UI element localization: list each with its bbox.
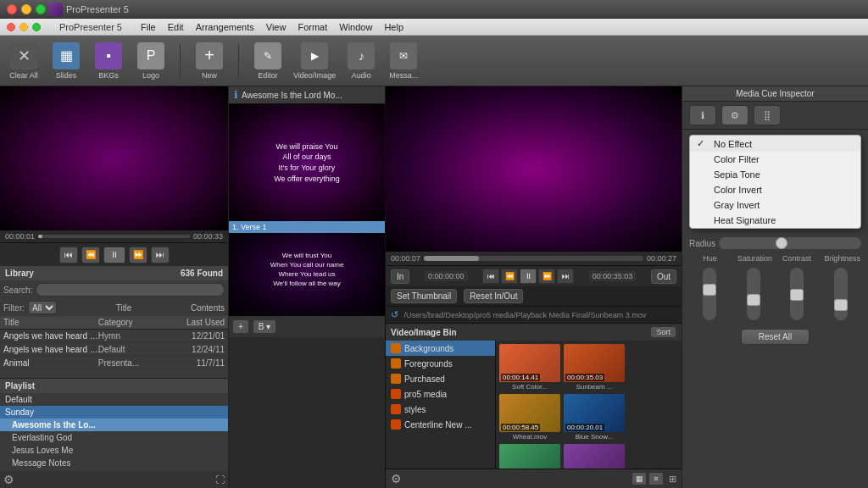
menu-arrangements[interactable]: Arrangements [196, 22, 254, 32]
playlist-sub-message[interactable]: Message Notes [0, 457, 228, 469]
grid-view-button[interactable]: ▦ [632, 472, 647, 485]
contrast-slider[interactable] [790, 268, 804, 320]
preview-progress[interactable] [38, 235, 190, 238]
bin-item-label: Sunbeam ... [564, 383, 625, 391]
bin-tree-foregrounds[interactable]: Foregrounds [386, 356, 495, 371]
editor-button[interactable]: ✎ Editor [251, 42, 285, 80]
transport-forward[interactable]: ⏩ [129, 247, 147, 263]
dropdown-menu: ✓No EffectColor FilterSepia ToneColor In… [689, 135, 861, 229]
set-thumbnail-button[interactable]: Set Thumbnail [391, 289, 457, 303]
bin-tree-centerline[interactable]: Centerline New ... [386, 417, 495, 432]
effect-color-invert[interactable]: Color Invert [690, 182, 860, 197]
menu-max[interactable] [32, 23, 41, 31]
folder-icon [391, 343, 401, 353]
bin-grid-item[interactable]: 00:00:35.03 Sunbeam ... [564, 344, 625, 391]
bin-tree-backgrounds[interactable]: Backgrounds [386, 341, 495, 356]
video-forward[interactable]: ⏩ [538, 269, 555, 284]
logo-button[interactable]: P Logo [134, 42, 168, 80]
video-progress-bar[interactable] [424, 256, 643, 261]
bin-sort-button[interactable]: Sort [650, 326, 676, 338]
add-slide-button[interactable]: + [232, 319, 249, 334]
filter-select[interactable]: All [28, 301, 57, 314]
reset-all-button[interactable]: Reset All [741, 329, 810, 345]
maximize-button[interactable] [36, 4, 46, 14]
bin-sidebar: Backgrounds Foregrounds Purchased p [386, 341, 682, 469]
playlist-sub-everlasting[interactable]: Everlasting God [0, 431, 228, 444]
video-image-button[interactable]: ▶ Video/Image [293, 42, 336, 80]
bin-grid-item[interactable]: 00:00:14.41 Soft Color... [499, 344, 560, 391]
menu-edit[interactable]: Edit [168, 22, 184, 32]
out-button[interactable]: Out [651, 269, 676, 284]
table-row[interactable]: Angels we have heard on... Hymn 12/21/01 [0, 330, 228, 343]
menu-close[interactable] [7, 23, 15, 31]
in-button[interactable]: In [391, 269, 409, 284]
inspector-tab-settings[interactable]: ⚙ [721, 105, 748, 125]
inspector-tab-extra[interactable]: ⣿ [754, 105, 781, 125]
transport-pause[interactable]: ⏸ [103, 247, 125, 263]
menu-help[interactable]: Help [384, 22, 403, 32]
playlist-item-default[interactable]: Default [0, 393, 228, 406]
new-button[interactable]: + New [192, 42, 226, 80]
messages-button[interactable]: ✉ Messa... [387, 42, 420, 80]
effect-gray-invert[interactable]: Gray Invert [690, 197, 860, 213]
radius-slider[interactable] [719, 237, 861, 249]
video-rewind[interactable]: ⏪ [501, 269, 518, 284]
audio-button[interactable]: ♪ Audio [344, 42, 378, 80]
playlist-item-sunday[interactable]: Sunday [0, 406, 228, 419]
saturation-slider[interactable] [747, 268, 760, 320]
bin-grid-item[interactable]: 00:00:20.01 Blue Snow... [564, 394, 625, 441]
transport-next-next[interactable]: ⏭ [151, 247, 170, 263]
menu-format[interactable]: Format [298, 22, 327, 32]
bin-gear-icon[interactable]: ⚙ [391, 472, 402, 485]
bin-item-label: Blue Snow... [564, 433, 625, 441]
expand-icon[interactable]: ⛶ [215, 474, 225, 485]
list-view-button[interactable]: ≡ [648, 472, 664, 485]
bin-tree-pro5media[interactable]: pro5 media [386, 386, 495, 402]
effect-no-effect[interactable]: ✓No Effect [690, 136, 860, 152]
slide-options-button[interactable]: B ▾ [253, 319, 276, 334]
table-row[interactable]: Animal Presenta... 11/7/11 [0, 357, 228, 370]
effect-color-filter[interactable]: Color Filter [690, 152, 860, 167]
playlist-sub-awesome[interactable]: Awesome Is the Lo... [0, 419, 228, 431]
menu-file[interactable]: File [141, 22, 156, 32]
clear-all-button[interactable]: ✕ Clear All [7, 42, 41, 80]
video-play-pause[interactable]: ⏸ [520, 269, 537, 284]
bin-item-time: 00:00:58.45 [501, 424, 540, 431]
menu-view[interactable]: View [266, 22, 287, 32]
inspector-tab-bar: ℹ ⚙ ⣿ [682, 102, 868, 130]
slide-2-preview[interactable]: We will trust You When You call our name… [229, 223, 385, 316]
window-controls[interactable] [7, 4, 46, 14]
menu-window[interactable]: Window [339, 22, 372, 32]
transport-prev-prev[interactable]: ⏮ [59, 247, 78, 263]
playlist-sub-jesus[interactable]: Jesus Loves Me [0, 444, 228, 457]
minimize-button[interactable] [21, 4, 31, 14]
close-button[interactable] [7, 4, 17, 14]
gear-icon[interactable]: ⚙ [3, 473, 14, 486]
saturation-thumb [747, 294, 760, 306]
hscb-label: Saturation [737, 254, 770, 263]
bkgs-button[interactable]: ▪ BKGs [92, 42, 125, 80]
expand-icon[interactable]: ⊞ [669, 474, 676, 485]
bin-grid-item[interactable]: 00:00:30.03 Half Circle... [499, 444, 560, 469]
menu-min[interactable] [19, 23, 28, 31]
bin-grid-item[interactable]: 00:00:30.03 Jewel Ton... [564, 444, 625, 469]
bin-tree-styles[interactable]: styles [386, 402, 495, 417]
slide-1-preview[interactable]: We will praise You All of our days It's … [229, 104, 385, 223]
bin-grid-item[interactable]: 00:00:58.45 Wheat.mov [499, 394, 560, 441]
brightness-slider[interactable] [834, 268, 848, 320]
slides-button[interactable]: ▦ Slides [49, 42, 83, 80]
search-input[interactable] [36, 283, 225, 297]
hue-slider[interactable] [703, 268, 716, 320]
reset-in-out-button[interactable]: Reset In/Out [464, 289, 523, 303]
video-prev-prev[interactable]: ⏮ [482, 269, 499, 284]
video-next-next[interactable]: ⏭ [557, 269, 574, 284]
bin-tree-purchased[interactable]: Purchased [386, 371, 495, 386]
table-row[interactable]: Angels we have heard on... Default 12/24… [0, 343, 228, 357]
effect-heat-signature[interactable]: Heat Signature [690, 213, 860, 228]
video-transport-time-right: 00:00:35:03 [589, 271, 637, 281]
playlist-panel: Playlist Default Sunday Awesome Is the L… [0, 378, 228, 488]
hscb-sliders-row [682, 264, 868, 324]
inspector-tab-info[interactable]: ℹ [689, 105, 716, 125]
effect-sepia-tone[interactable]: Sepia Tone [690, 167, 860, 182]
transport-rewind[interactable]: ⏪ [81, 247, 100, 263]
